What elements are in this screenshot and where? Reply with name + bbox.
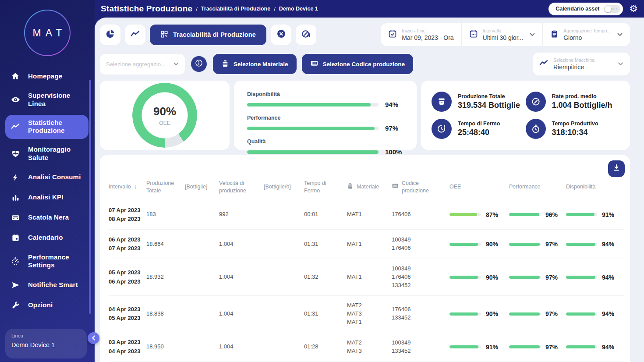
gear-icon[interactable]: ⚙	[629, 4, 638, 14]
availability-bar-track	[566, 213, 597, 216]
performance-percent: 97%	[545, 274, 558, 281]
top-header: Statistiche Produzione / Tracciabilità d…	[95, 0, 644, 18]
performance-bar-block: Performance 97%	[247, 115, 403, 132]
sidebar-item-supervisione-linea[interactable]: Supervisione Linea	[5, 88, 88, 112]
cell-interval: 07 Apr 2023 08 Apr 2023	[109, 206, 146, 224]
table-row: 07 Apr 2023 08 Apr 2023 183 992 00:01 MA…	[109, 200, 624, 229]
info-button[interactable]	[191, 56, 207, 72]
column-disponibilita[interactable]: Disponibilità	[566, 183, 622, 191]
performance-label: Performance	[247, 115, 403, 121]
line-chart-view-button[interactable]	[125, 25, 145, 45]
tab-label: Tracciabilità di Produzione	[173, 31, 256, 38]
selezione-codice-produzione-button[interactable]: Selezione Codice produzione	[302, 54, 414, 74]
sidebar-item-scatola-nera[interactable]: Scatola Nera	[5, 209, 88, 227]
cell-codes: 176406	[392, 210, 449, 219]
column-performance[interactable]: Performance	[509, 183, 566, 191]
oee-bar-track	[449, 276, 481, 279]
machine-value: Riempitrice	[553, 64, 594, 71]
availability-bar-fill	[566, 276, 595, 279]
sidebar-item-performance-settings[interactable]: Performance Settings	[5, 249, 88, 274]
calendario-asset-toggle-pill[interactable]: Calendario asset OFF	[548, 3, 623, 15]
sidebar-scrollbar[interactable]	[89, 80, 91, 314]
time-aggregation-selector[interactable]: Aggregazione Tempo... Giorno	[542, 23, 630, 46]
selezione-materiale-button[interactable]: Selezione Materiale	[213, 54, 297, 74]
column-velocita-produzione[interactable]: Velocità di produzione	[219, 180, 264, 195]
cell-downtime: 01:31	[304, 310, 347, 318]
sidebar-item-analisi-consumi[interactable]: Analisi Consumi	[5, 169, 88, 186]
column-codice-produzione[interactable]: Codice produzione	[392, 180, 449, 195]
column-materiale[interactable]: Materiale	[347, 183, 392, 192]
sidebar-nav: Homepage Supervisione Linea Statistiche …	[0, 67, 95, 314]
machine-selector[interactable]: Selezione Macchina Riempitrice	[533, 53, 630, 75]
performance-percent: 97%	[545, 241, 558, 248]
aggregation-select[interactable]: Selezione aggregazio...	[100, 54, 185, 75]
column-produzione-totale[interactable]: Produzione Totale	[146, 180, 185, 195]
stat-label: Rate prod. medio	[552, 93, 612, 99]
interval-selector[interactable]: Intervallo Ultimi 30 gior...	[461, 23, 543, 46]
sidebar-collapse-button[interactable]	[88, 332, 99, 344]
cell-speed: 1.004	[219, 273, 264, 281]
performance-bar-track	[509, 345, 541, 348]
oee-percent: 90%	[486, 310, 498, 317]
availability-percent: 94%	[602, 310, 614, 317]
stat-tempo-di-fermo: Tempo di Fermo 25:48:40	[432, 118, 526, 139]
performance-value: 97%	[385, 124, 403, 132]
download-button[interactable]	[608, 160, 625, 177]
sidebar-item-analisi-kpi[interactable]: Analisi KPI	[5, 189, 88, 206]
asset-toggle[interactable]: OFF	[604, 5, 620, 13]
performance-percent: 97%	[545, 344, 558, 351]
sidebar-item-label: Calendario	[28, 234, 63, 242]
tab-tracciabilita-produzione[interactable]: Tracciabilità di Produzione	[150, 25, 266, 45]
cell-oee: 90%	[449, 241, 509, 248]
breadcrumb-tracciabilita[interactable]: Tracciabilità di Produzione	[201, 6, 270, 12]
cell-production: 18.664	[146, 240, 185, 248]
clear-view-button[interactable]	[271, 25, 291, 45]
cell-material: MAT2 MAT3	[347, 339, 392, 355]
oee-bar-fill	[449, 213, 477, 216]
sidebar-item-homepage[interactable]: Homepage	[5, 67, 88, 85]
date-range-label: Inizio - Fine	[402, 28, 453, 33]
column-label: Materiale	[357, 183, 379, 191]
cell-production: 18.838	[146, 310, 185, 318]
barcode-icon	[310, 59, 318, 69]
availability-bar-fill	[566, 213, 594, 216]
cell-performance: 97%	[509, 310, 566, 317]
page-title: Statistiche Produzione	[101, 4, 192, 14]
pie-chart-view-button[interactable]	[100, 25, 120, 45]
column-tempo-di-fermo[interactable]: Tempo di Fermo	[304, 180, 347, 195]
availability-percent: 94%	[602, 344, 614, 351]
performance-bar-fill	[247, 127, 375, 130]
performance-gauge-icon	[11, 256, 20, 266]
column-intervallo[interactable]: Intervallo ↓	[109, 183, 146, 191]
sidebar-item-calendario[interactable]: Calendario	[5, 229, 88, 247]
availability-bar-track	[247, 103, 379, 106]
aggregation-label: Aggregazione Tempo...	[563, 28, 611, 33]
sidebar-item-opzioni[interactable]: Opzioni	[5, 296, 88, 314]
column-label: Codice produzione	[402, 180, 445, 195]
cell-production: 183	[146, 210, 185, 219]
column-oee[interactable]: OEE	[449, 183, 509, 191]
stat-produzione-totale: Produzione Totale 319.534 Bottiglie	[432, 91, 526, 112]
breadcrumb-device[interactable]: Demo Device 1	[279, 6, 318, 12]
chevron-down-icon	[617, 33, 623, 36]
cell-oee: 90%	[449, 310, 509, 317]
sidebar-item-statistiche-produzione[interactable]: Statistiche Produzione	[5, 115, 88, 139]
calendar-dots-icon	[469, 29, 478, 40]
sidebar-item-notifiche-smart[interactable]: Notifiche Smart	[5, 276, 88, 294]
performance-bar-track	[247, 127, 379, 130]
date-range-selector[interactable]: Inizio - Fine Mar 09, 2023 - Ora	[381, 23, 461, 46]
sidebar-item-label: Notifiche Smart	[28, 281, 78, 289]
availability-bar-fill	[247, 103, 371, 106]
material-bottle-icon	[221, 60, 229, 69]
aggregation-select-placeholder: Selezione aggregazio...	[106, 61, 166, 67]
gauge-report-view-button[interactable]	[296, 25, 316, 45]
info-icon	[195, 59, 203, 69]
device-label: Linea	[11, 333, 81, 338]
table-row: 05 Apr 2023 06 Apr 2023 18.932 1.004 01:…	[109, 259, 624, 295]
oee-breakdown-card: Disponibilità 94% Performance 97% Qualit…	[234, 81, 417, 150]
cell-performance: 97%	[509, 344, 566, 351]
stat-value: 319.534 Bottiglie	[458, 101, 520, 110]
sidebar-item-monitoraggio-salute[interactable]: Monitoraggio Salute	[5, 142, 88, 166]
oee-bar-fill	[449, 345, 478, 348]
calendar-check-icon	[388, 29, 397, 40]
